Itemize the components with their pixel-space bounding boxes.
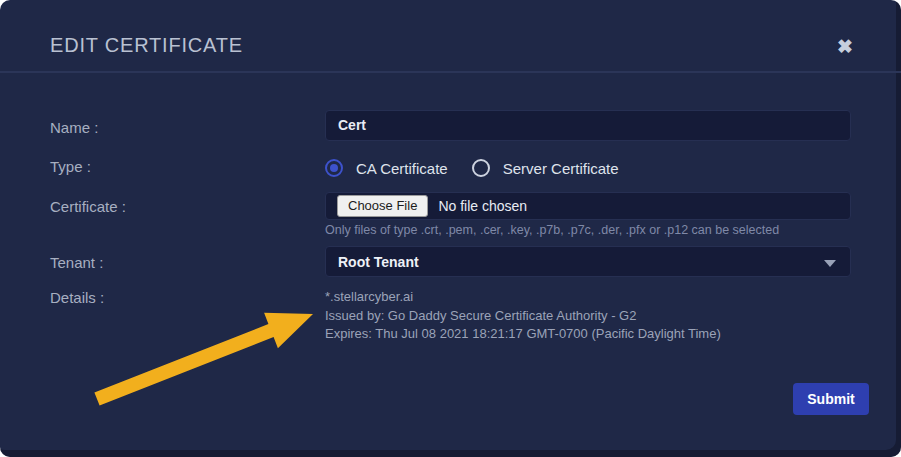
- choose-file-button[interactable]: Choose File: [337, 195, 428, 217]
- details-subject-line: *.stellarcyber.ai: [325, 288, 721, 307]
- file-type-hint: Only files of type .crt, .pem, .cer, .ke…: [325, 223, 779, 237]
- type-label: Type :: [50, 158, 91, 175]
- tenant-select[interactable]: Root Tenant: [325, 246, 851, 277]
- radio-ca-certificate[interactable]: CA Certificate: [325, 159, 448, 177]
- radio-server-certificate-label: Server Certificate: [503, 160, 619, 177]
- certificate-label: Certificate :: [50, 198, 126, 215]
- close-icon[interactable]: ✖: [832, 34, 858, 60]
- details-issuer-line: Issued by: Go Daddy Secure Certificate A…: [325, 307, 721, 326]
- radio-ca-certificate-label: CA Certificate: [356, 160, 448, 177]
- certificate-file-input[interactable]: Choose File No file chosen: [325, 192, 851, 220]
- certificate-details: *.stellarcyber.ai Issued by: Go Daddy Se…: [325, 288, 721, 344]
- radio-selected-icon[interactable]: [325, 159, 343, 177]
- radio-unselected-icon[interactable]: [472, 159, 490, 177]
- edit-certificate-dialog: EDIT CERTIFICATE ✖ Name : Cert Type : CA…: [0, 0, 901, 457]
- file-status-text: No file chosen: [438, 198, 527, 214]
- tenant-selected-value: Root Tenant: [338, 254, 419, 270]
- arrow-shape: [94, 313, 313, 406]
- tenant-label: Tenant :: [50, 254, 103, 271]
- radio-server-certificate[interactable]: Server Certificate: [472, 159, 619, 177]
- name-input[interactable]: Cert: [325, 110, 851, 141]
- name-label: Name :: [50, 119, 98, 136]
- dialog-title: EDIT CERTIFICATE: [50, 34, 243, 57]
- submit-button[interactable]: Submit: [793, 383, 869, 415]
- details-expiry-line: Expires: Thu Jul 08 2021 18:21:17 GMT-07…: [325, 325, 721, 344]
- details-label: Details :: [50, 289, 104, 306]
- type-radio-group: CA Certificate Server Certificate: [325, 156, 643, 180]
- dialog-header: EDIT CERTIFICATE ✖: [0, 0, 901, 73]
- chevron-down-icon: [824, 260, 836, 267]
